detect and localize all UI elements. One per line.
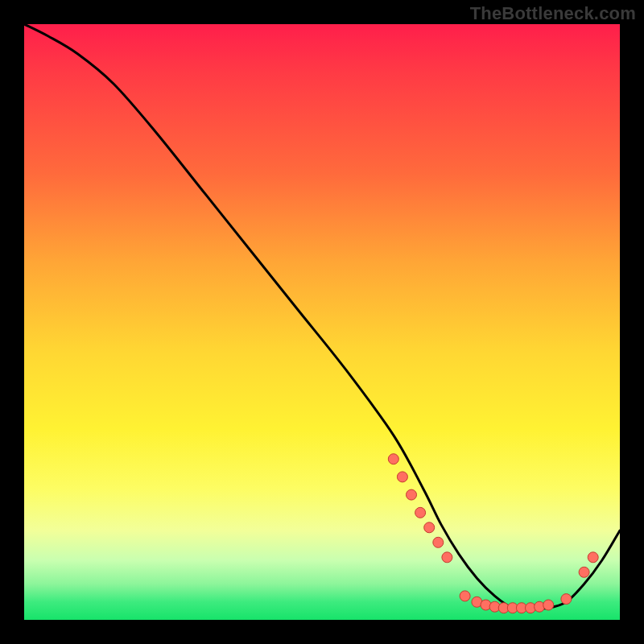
data-point (415, 507, 426, 518)
data-point (407, 489, 417, 500)
plot-area (24, 24, 620, 620)
data-point (561, 594, 572, 605)
data-point (433, 537, 444, 547)
data-point (442, 552, 452, 563)
data-points (388, 454, 598, 613)
data-point (424, 522, 435, 533)
curve-svg (24, 24, 620, 620)
data-point (460, 591, 470, 601)
chart-frame: TheBottleneck.com (0, 0, 644, 644)
data-point (579, 567, 589, 577)
data-point (588, 552, 598, 563)
data-point (397, 472, 407, 482)
bottleneck-curve (24, 24, 620, 609)
data-point (543, 600, 554, 610)
data-point (388, 454, 398, 464)
watermark-text: TheBottleneck.com (470, 3, 636, 24)
